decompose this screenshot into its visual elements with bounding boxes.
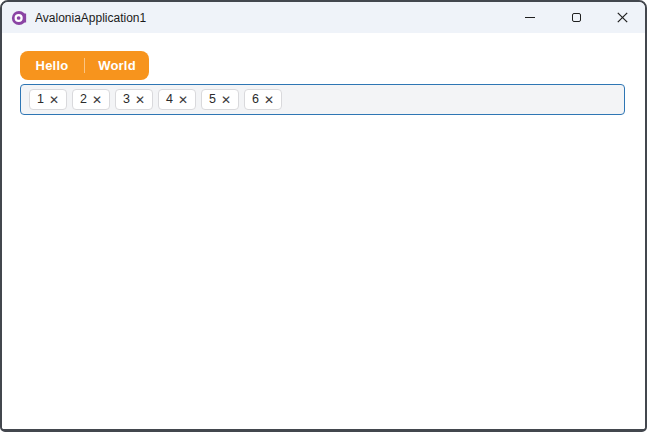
chip-value: 1 xyxy=(37,93,44,106)
chip-value: 2 xyxy=(80,93,87,106)
minimize-icon xyxy=(525,17,535,18)
minimize-button[interactable] xyxy=(507,2,553,33)
chip-item-6[interactable]: 6 ✕ xyxy=(244,89,282,110)
chip-remove-button[interactable]: ✕ xyxy=(264,94,274,106)
content-area: Hello World 1 ✕ 2 ✕ 3 ✕ 4 ✕ 5 xyxy=(2,33,645,429)
chip-item-2[interactable]: 2 ✕ xyxy=(72,89,110,110)
chip-item-4[interactable]: 4 ✕ xyxy=(158,89,196,110)
chip-remove-button[interactable]: ✕ xyxy=(135,94,145,106)
tabstrip: Hello World xyxy=(20,51,149,80)
chip-value: 3 xyxy=(123,93,130,106)
close-icon xyxy=(617,12,628,23)
chip-item-3[interactable]: 3 ✕ xyxy=(115,89,153,110)
tab-hello[interactable]: Hello xyxy=(20,51,84,80)
maximize-icon xyxy=(572,13,581,22)
chip-value: 6 xyxy=(252,93,259,106)
chip-item-5[interactable]: 5 ✕ xyxy=(201,89,239,110)
chip-remove-button[interactable]: ✕ xyxy=(49,94,59,106)
chip-remove-button[interactable]: ✕ xyxy=(92,94,102,106)
window-title: AvaloniaApplication1 xyxy=(35,11,507,25)
avalonia-logo-icon xyxy=(11,10,27,26)
tab-world[interactable]: World xyxy=(85,51,149,80)
chip-remove-button[interactable]: ✕ xyxy=(221,94,231,106)
chip-input[interactable]: 1 ✕ 2 ✕ 3 ✕ 4 ✕ 5 ✕ 6 ✕ xyxy=(20,84,625,115)
app-window: AvaloniaApplication1 Hello World xyxy=(0,0,647,432)
chip-remove-button[interactable]: ✕ xyxy=(178,94,188,106)
chip-value: 4 xyxy=(166,93,173,106)
caption-buttons xyxy=(507,2,645,33)
chip-value: 5 xyxy=(209,93,216,106)
chip-item-1[interactable]: 1 ✕ xyxy=(29,89,67,110)
close-button[interactable] xyxy=(599,2,645,33)
titlebar[interactable]: AvaloniaApplication1 xyxy=(2,2,645,33)
maximize-button[interactable] xyxy=(553,2,599,33)
